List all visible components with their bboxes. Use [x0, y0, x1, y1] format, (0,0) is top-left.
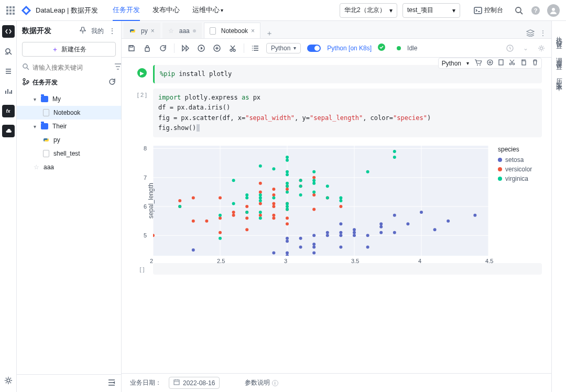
avatar[interactable] [547, 4, 560, 17]
run-cell-button[interactable]: ▶ [137, 68, 147, 78]
panel-schedule-settings[interactable]: 调度设置 [554, 52, 563, 61]
clock-icon[interactable] [505, 43, 515, 53]
svg-point-121 [339, 205, 342, 208]
notebook-cell[interactable]: [ ] [131, 263, 542, 275]
svg-point-159 [366, 170, 369, 173]
section-title: 任务开发 [32, 78, 58, 87]
business-date-picker[interactable]: 2022-08-16 [169, 377, 220, 389]
region-select[interactable]: 华北2（北京）▾ [340, 3, 397, 18]
rail-code-icon[interactable] [2, 25, 15, 38]
svg-point-152 [312, 182, 315, 185]
lock-icon[interactable] [143, 43, 152, 53]
sidebar-title: 数据开发 [22, 26, 51, 36]
apps-icon[interactable] [6, 6, 15, 15]
svg-point-10 [516, 7, 521, 13]
rail-list-icon[interactable] [2, 65, 15, 78]
cut-icon[interactable] [509, 59, 515, 67]
close-icon[interactable]: × [151, 27, 155, 35]
doc-icon[interactable] [498, 59, 504, 67]
close-icon[interactable]: × [251, 27, 255, 35]
add-cell-icon[interactable] [212, 43, 222, 53]
more-icon[interactable]: ⋮ [109, 27, 116, 35]
panel-exec-settings[interactable]: 执行设置 [554, 31, 563, 40]
language-select[interactable]: Python▾ [266, 43, 301, 53]
cell-toolbar[interactable]: Python▾ [438, 58, 542, 69]
legend-item[interactable]: setosa [498, 156, 532, 164]
kernel-toggle[interactable] [307, 45, 321, 52]
list-icon[interactable] [251, 43, 260, 53]
svg-point-140 [286, 202, 289, 205]
nav-tab-ops[interactable]: 运维中心▾ [192, 0, 223, 21]
legend-item[interactable]: virginica [498, 175, 532, 182]
shell-file-icon [43, 150, 49, 157]
copy-icon[interactable] [520, 59, 527, 67]
svg-point-29 [230, 49, 232, 51]
filter-icon[interactable] [114, 63, 122, 71]
tree-folder-their[interactable]: ▾Their [17, 119, 121, 133]
pin-icon[interactable] [80, 27, 86, 36]
params-help[interactable]: 参数说明 i [245, 378, 278, 387]
refresh-icon[interactable] [108, 78, 116, 87]
more-icon[interactable]: ⋮ [540, 29, 546, 38]
rail-chart-icon[interactable] [2, 85, 15, 97]
svg-point-14 [552, 8, 555, 11]
nav-tab-task-dev[interactable]: 任务开发 [113, 0, 140, 21]
console-button[interactable]: 控制台 [470, 4, 507, 17]
svg-point-76 [379, 222, 383, 225]
cart-icon[interactable] [474, 59, 482, 67]
add-icon[interactable] [487, 59, 493, 67]
save-icon[interactable] [127, 43, 136, 53]
file-tab-aaa[interactable]: ☆aaa [162, 23, 202, 38]
cut-icon[interactable] [228, 43, 237, 53]
tree-file-shell[interactable]: shell_test [17, 147, 121, 160]
run-all-icon[interactable] [181, 43, 190, 53]
svg-point-104 [272, 214, 275, 217]
new-task-button[interactable]: ＋ 新建任务 [22, 42, 116, 57]
svg-point-18 [7, 379, 10, 382]
svg-point-99 [259, 214, 262, 217]
svg-point-148 [299, 193, 302, 197]
python-file-icon [129, 28, 136, 34]
panel-history[interactable]: 历史版本 [554, 73, 563, 82]
search-input[interactable] [32, 64, 111, 71]
run-icon[interactable] [197, 43, 206, 53]
rail-fx-icon[interactable]: fx [2, 105, 15, 117]
rail-search-icon[interactable] [2, 45, 15, 58]
svg-point-54 [286, 254, 289, 256]
chevron-down-icon[interactable]: ⌄ [521, 43, 530, 53]
help-icon[interactable]: ? [530, 5, 541, 16]
svg-point-161 [393, 150, 396, 153]
svg-point-15 [6, 49, 10, 53]
svg-point-92 [219, 196, 222, 199]
search-icon[interactable] [514, 5, 524, 16]
svg-rect-40 [522, 61, 526, 65]
svg-point-108 [272, 188, 275, 191]
project-select[interactable]: test_项目▾ [402, 3, 460, 18]
file-tab-notebook[interactable]: Notebook× [204, 23, 260, 38]
trash-icon[interactable] [532, 59, 538, 67]
legend-item[interactable]: versicolor [498, 166, 532, 173]
tree-file-notebook[interactable]: Notebook [17, 106, 121, 119]
gear-icon[interactable] [537, 43, 546, 53]
svg-point-135 [259, 165, 262, 168]
mine-label[interactable]: 我的 [91, 27, 104, 36]
refresh-icon[interactable] [158, 43, 168, 53]
nav-tab-publish[interactable]: 发布中心 [153, 0, 180, 21]
svg-point-123 [219, 237, 222, 240]
file-tab-py[interactable]: py× [124, 23, 160, 38]
tree-file-py[interactable]: py [17, 133, 121, 147]
rail-settings-icon[interactable] [2, 374, 15, 387]
tree-file-aaa[interactable]: ☆aaa [17, 160, 121, 174]
svg-point-77 [393, 231, 396, 234]
svg-line-21 [27, 68, 29, 70]
collapse-sidebar-icon[interactable] [107, 379, 116, 388]
notebook-cell[interactable]: [ 2 ] import plotly.express as px df = p… [131, 89, 542, 137]
svg-point-91 [219, 216, 222, 220]
layers-icon[interactable] [526, 29, 535, 38]
tree-folder-my[interactable]: ▾My [17, 92, 121, 106]
rail-cloud-icon[interactable] [2, 125, 15, 137]
new-tab-button[interactable]: ＋ [260, 29, 278, 38]
kernel-label[interactable]: Python [on K8s] [327, 45, 372, 52]
svg-point-151 [312, 190, 315, 193]
svg-point-86 [178, 199, 181, 202]
